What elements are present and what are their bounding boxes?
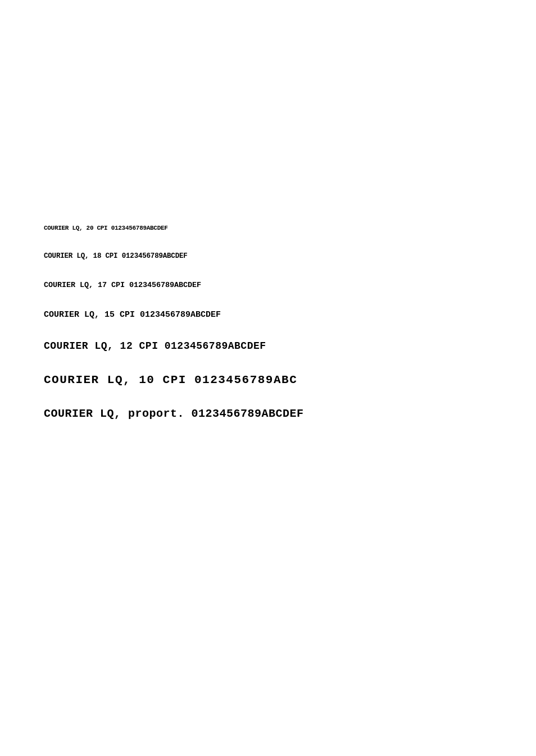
font-label-20cpi: COURIER LQ, 20 CPI 0123456789ABCDEF [44, 225, 168, 232]
font-label-17cpi: COURIER LQ, 17 CPI 0123456789ABCDEF [44, 281, 201, 290]
page: COURIER LQ, 20 CPI 0123456789ABCDEF COUR… [0, 0, 536, 756]
font-label-18cpi: COURIER LQ, 18 CPI 0123456789ABCDEF [44, 252, 188, 261]
font-samples-container: COURIER LQ, 20 CPI 0123456789ABCDEF COUR… [44, 225, 492, 441]
font-row-17cpi: COURIER LQ, 17 CPI 0123456789ABCDEF [44, 281, 492, 290]
font-row-10cpi: COURIER LQ, 10 CPI 0123456789ABC [44, 373, 492, 387]
font-label-10cpi: COURIER LQ, 10 CPI 0123456789ABC [44, 373, 297, 387]
font-row-20cpi: COURIER LQ, 20 CPI 0123456789ABCDEF [44, 225, 492, 232]
font-row-proport: COURIER LQ, proport. 0123456789ABCDEF [44, 407, 492, 421]
font-row-18cpi: COURIER LQ, 18 CPI 0123456789ABCDEF [44, 252, 492, 261]
font-label-15cpi: COURIER LQ, 15 CPI 0123456789ABCDEF [44, 310, 221, 320]
font-label-proport: COURIER LQ, proport. 0123456789ABCDEF [44, 407, 304, 421]
font-row-15cpi: COURIER LQ, 15 CPI 0123456789ABCDEF [44, 310, 492, 320]
font-row-12cpi: COURIER LQ, 12 CPI 0123456789ABCDEF [44, 340, 492, 353]
font-label-12cpi: COURIER LQ, 12 CPI 0123456789ABCDEF [44, 340, 266, 353]
